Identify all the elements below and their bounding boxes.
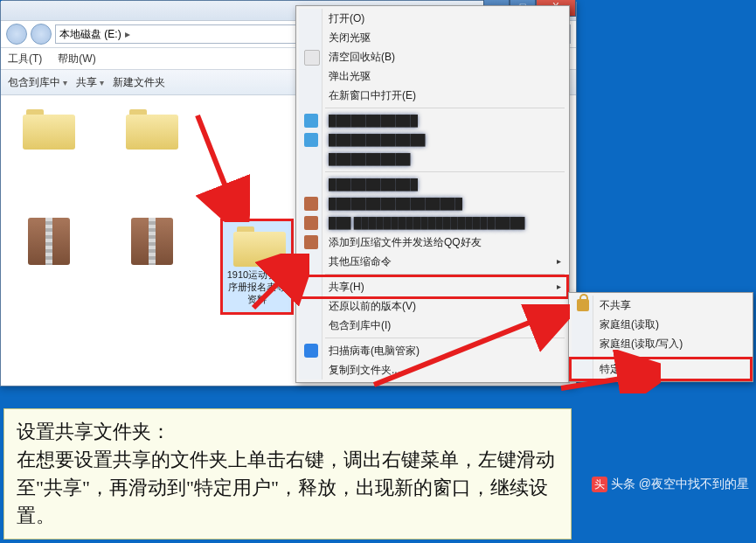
ctx-scan[interactable]: 扫描病毒(电脑管家) (299, 341, 566, 360)
sub-homegroup-rw[interactable]: 家庭组(读取/写入) (572, 334, 750, 353)
folder-icon (126, 109, 178, 150)
toutiao-logo-icon: 头 (592, 477, 607, 492)
chevron-right-icon: ▸ (557, 277, 561, 296)
share-submenu: 不共享 家庭组(读取) 家庭组(读取/写入) 特定用户... (568, 292, 753, 382)
separator (325, 108, 565, 108)
sub-no-share[interactable]: 不共享 (572, 296, 750, 315)
separator (325, 171, 565, 172)
nav-back-button[interactable] (6, 24, 27, 45)
ctx-blurred[interactable]: ████████████ (299, 175, 566, 194)
menu-help[interactable]: 帮助(W) (58, 52, 95, 66)
watermark: 头头条 @夜空中找不到的星 (592, 477, 749, 492)
sub-specific-user[interactable]: 特定用户... (569, 357, 753, 381)
ctx-blurred[interactable]: ██████████████████ (299, 194, 566, 213)
folder-item[interactable] (13, 109, 85, 155)
zip-icon (304, 197, 318, 211)
sub-homegroup-read[interactable]: 家庭组(读取) (572, 315, 750, 334)
folder-icon (23, 109, 75, 150)
ctx-copy-folder[interactable]: 复制到文件夹... (299, 360, 566, 379)
ctx-open[interactable]: 打开(O) (299, 9, 566, 28)
separator (325, 338, 565, 338)
annotation-body: 在想要设置共享的文件夹上单击右键，调出右键菜单，左键滑动至"共享"，再滑动到"特… (17, 446, 558, 530)
zip-icon (304, 235, 318, 249)
ctx-blurred[interactable]: ████████████ (299, 111, 566, 130)
ctx-close-drive[interactable]: 关闭光驱 (299, 28, 566, 47)
toolbar-share[interactable]: 共享 (76, 75, 104, 90)
shield-icon (304, 344, 318, 358)
annotation-box: 设置共享文件夹： 在想要设置共享的文件夹上单击右键，调出右键菜单，左键滑动至"共… (3, 408, 572, 540)
folder-item[interactable] (116, 109, 188, 155)
nav-forward-button[interactable] (31, 24, 52, 45)
ctx-empty-bin[interactable]: 清空回收站(B) (299, 47, 566, 66)
selected-folder-label: 1910运动会秩序册报名表等资料 (223, 268, 291, 305)
ctx-new-window[interactable]: 在新窗口中打开(E) (299, 86, 566, 105)
archive-icon (28, 218, 70, 265)
watermark-text: @夜空中找不到的星 (639, 477, 749, 491)
chevron-right-icon: ▸ (121, 28, 134, 40)
context-menu: 打开(O) 关闭光驱 清空回收站(B) 弹出光驱 在新窗口中打开(E) ████… (295, 5, 570, 383)
ctx-other-compress[interactable]: 其他压缩命令▸ (299, 252, 566, 271)
app-icon (304, 133, 318, 147)
zip-icon (304, 216, 318, 230)
archive-item[interactable] (13, 218, 85, 270)
breadcrumb-root[interactable]: 本地磁盘 (E:) (59, 27, 121, 42)
toolbar-include[interactable]: 包含到库中 (8, 75, 67, 90)
chevron-right-icon: ▸ (557, 252, 561, 271)
toolbar-newfolder[interactable]: 新建文件夹 (113, 75, 165, 90)
archive-item[interactable] (116, 218, 188, 270)
bin-icon (304, 50, 320, 66)
ctx-blurred[interactable]: █████████████ (299, 130, 566, 150)
folder-icon (233, 226, 281, 263)
menu-tools[interactable]: 工具(T) (8, 52, 42, 66)
ctx-add-qq[interactable]: 添加到压缩文件并发送给QQ好友 (299, 233, 566, 252)
annotation-title: 设置共享文件夹： (17, 418, 558, 446)
ctx-include-lib[interactable]: 包含到库中(I)▸ (299, 316, 566, 335)
chevron-right-icon: ▸ (557, 316, 561, 335)
lock-icon (577, 299, 589, 311)
watermark-prefix: 头条 (611, 477, 635, 491)
ctx-restore[interactable]: 还原以前的版本(V) (299, 296, 566, 316)
ctx-share[interactable]: 共享(H)▸ (296, 275, 569, 299)
selected-folder[interactable]: 1910运动会秩序册报名表等资料 (220, 219, 294, 315)
app-icon (304, 114, 318, 128)
ctx-blurred[interactable]: ███ ███████████████████████ (299, 213, 566, 233)
archive-icon (131, 218, 173, 265)
ctx-eject[interactable]: 弹出光驱 (299, 66, 566, 86)
ctx-blurred[interactable]: ███████████ (299, 150, 566, 169)
